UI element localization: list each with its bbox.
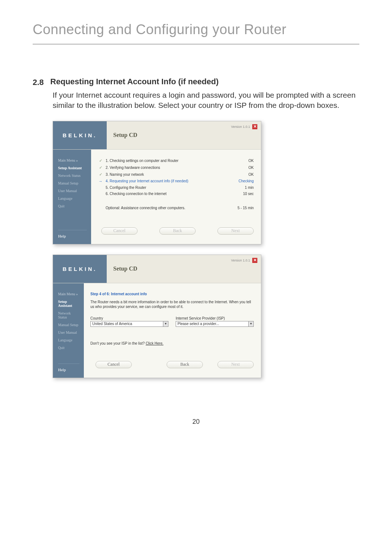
isp-value: Please select a provider...	[177, 322, 219, 326]
step-row: → 4. Requesting your Internet account in…	[98, 179, 254, 183]
sidebar-item-network-status[interactable]: Network Status	[58, 174, 87, 178]
cancel-button[interactable]: Cancel	[101, 227, 138, 235]
step-row: ✓ 3. Naming your network OK	[98, 172, 254, 177]
logo-panel: BELKIN.	[53, 121, 107, 149]
sidebar-main-menu[interactable]: Main Menu »	[58, 158, 87, 162]
isp-not-listed-note: Don't you see your ISP in the list? Clic…	[90, 341, 254, 345]
optional-label: Optional: Assistance connecting other co…	[98, 206, 228, 210]
section-heading: Requesting Internet Account Info (if nee…	[50, 77, 219, 87]
step-row: ✓ 2. Verifying hardware connections OK	[98, 165, 254, 170]
step-row: 5. Configuring the Router 1 min	[98, 186, 254, 190]
step-list: ✓ 1. Checking settings on computer and R…	[98, 158, 254, 210]
check-icon: ✓	[98, 172, 103, 177]
version-label: Version 1.0.1	[231, 125, 250, 129]
window-title: Setup CD	[113, 132, 137, 138]
next-button[interactable]: Next	[217, 227, 254, 235]
sidebar-help[interactable]: Help	[58, 234, 87, 240]
step-label: 1. Checking settings on computer and Rou…	[106, 159, 228, 163]
belkin-logo: BELKIN.	[63, 132, 97, 138]
step-status: 1 min	[228, 186, 254, 190]
back-button[interactable]: Back	[159, 227, 196, 235]
sidebar-item-network-status[interactable]: Network Status	[58, 311, 79, 319]
belkin-logo: BELKIN.	[63, 266, 97, 272]
sidebar-item-quit[interactable]: Quit	[58, 204, 87, 208]
version-label: Version 1.0.1	[231, 259, 250, 262]
sidebar-item-user-manual[interactable]: User Manual	[58, 330, 79, 334]
close-icon[interactable]: ✕	[252, 258, 257, 263]
sidebar-main-menu[interactable]: Main Menu »	[58, 292, 79, 296]
window-title: Setup CD	[113, 265, 137, 272]
step-label: 6. Checking connection to the internet	[106, 192, 228, 196]
check-icon: ✓	[98, 165, 103, 170]
section-body: If your Internet account requires a logi…	[53, 90, 359, 111]
sidebar-item-user-manual[interactable]: User Manual	[58, 189, 87, 193]
page-number: 20	[33, 418, 359, 426]
section-number: 2.8	[33, 77, 44, 87]
sidebar-item-manual-setup[interactable]: Manual Setup	[58, 181, 87, 185]
step-row: 6. Checking connection to the internet 1…	[98, 192, 254, 196]
step-status: Checking	[228, 179, 254, 183]
chevron-down-icon: ▼	[163, 321, 168, 326]
country-label: Country	[90, 316, 168, 320]
sidebar-item-language[interactable]: Language	[58, 338, 79, 342]
step-status: OK	[228, 166, 254, 170]
step-status: OK	[228, 159, 254, 163]
sidebar-item-setup-assistant[interactable]: Setup Assistant	[58, 166, 87, 170]
step-label: 3. Naming your network	[106, 173, 228, 176]
optional-time: 5 - 15 min	[228, 206, 254, 210]
step-label: 5. Configuring the Router	[106, 186, 228, 190]
step-label: 2. Verifying hardware connections	[106, 166, 228, 170]
sidebar-item-quit[interactable]: Quit	[58, 346, 79, 350]
isp-select[interactable]: Please select a provider... ▼	[176, 321, 254, 327]
country-select[interactable]: United States of America ▼	[90, 321, 168, 327]
back-button[interactable]: Back	[167, 361, 203, 368]
sidebar: Main Menu » Setup Assistant Network Stat…	[53, 150, 91, 244]
setup-window-progress: BELKIN. Setup CD Version 1.0.1 ✕ Main Me…	[53, 121, 261, 244]
cancel-button[interactable]: Cancel	[95, 361, 132, 368]
step-header: Step 4 of 6: Internet account info	[90, 292, 254, 296]
sidebar-item-manual-setup[interactable]: Manual Setup	[58, 323, 79, 327]
close-icon[interactable]: ✕	[252, 124, 257, 129]
step-status: OK	[228, 173, 254, 176]
logo-panel: BELKIN.	[53, 255, 107, 283]
step-description: The Router needs a bit more information …	[90, 300, 254, 309]
sidebar-item-language[interactable]: Language	[58, 196, 87, 200]
chevron-down-icon: ▼	[248, 321, 253, 326]
sidebar: Main Menu » Setup Assistant Network Stat…	[53, 283, 84, 378]
page-title: Connecting and Configuring your Router	[33, 22, 359, 44]
optional-row: Optional: Assistance connecting other co…	[98, 206, 254, 210]
check-icon: ✓	[98, 158, 103, 163]
step-status: 10 sec	[228, 192, 254, 196]
setup-window-account-info: BELKIN. Setup CD Version 1.0.1 ✕ Main Me…	[53, 255, 261, 378]
arrow-icon: →	[98, 179, 103, 183]
step-row: ✓ 1. Checking settings on computer and R…	[98, 158, 254, 163]
next-button[interactable]: Next	[217, 361, 254, 368]
click-here-link[interactable]: Click Here.	[146, 341, 163, 345]
country-value: United States of America	[92, 322, 132, 326]
sidebar-item-setup-assistant[interactable]: Setup Assistant	[58, 300, 79, 308]
isp-label: Internet Service Provider (ISP)	[176, 316, 254, 320]
sidebar-help[interactable]: Help	[58, 368, 79, 374]
step-label: 4. Requesting your Internet account info…	[106, 179, 228, 183]
